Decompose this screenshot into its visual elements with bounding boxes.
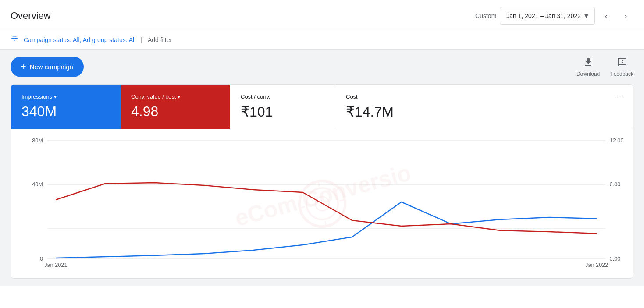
feedback-icon	[617, 57, 627, 70]
three-dots-icon[interactable]: ⋮	[616, 92, 626, 99]
stat-card-cost-conv: Cost / conv. ₹101	[230, 85, 335, 129]
svg-text:Jan 2022: Jan 2022	[585, 262, 608, 268]
header: Overview Custom Jan 1, 2021 – Jan 31, 20…	[0, 0, 644, 30]
cost-label: Cost	[346, 93, 598, 100]
cost-conv-value: ₹101	[241, 103, 324, 120]
stat-card-conv-value: Conv. value / cost ▾ 4.98	[121, 85, 230, 129]
date-range-value: Jan 1, 2021 – Jan 31, 2022	[506, 12, 581, 19]
page-wrapper: Overview Custom Jan 1, 2021 – Jan 31, 20…	[0, 0, 644, 308]
feedback-button[interactable]: Feedback	[610, 57, 633, 77]
new-campaign-button[interactable]: + New campaign	[11, 57, 84, 77]
filter-text[interactable]: Campaign status: All; Ad group status: A…	[24, 36, 135, 43]
chevron-down-icon: ▾	[584, 11, 588, 21]
stats-menu: ⋮	[608, 85, 633, 129]
add-filter-button[interactable]: Add filter	[148, 36, 172, 43]
stats-row: Impressions ▾ 340M Conv. value / cost ▾ …	[11, 85, 633, 129]
stat-card-impressions: Impressions ▾ 340M	[11, 85, 121, 129]
cost-value: ₹14.7M	[346, 103, 598, 120]
impressions-label: Impressions ▾	[21, 93, 110, 100]
impressions-dropdown-icon[interactable]: ▾	[54, 94, 57, 100]
svg-text:40M: 40M	[32, 181, 43, 188]
chart-container: eCom Conversion	[11, 129, 633, 278]
main-content: + New campaign Download Feedback	[0, 50, 644, 286]
cost-conv-label: Cost / conv.	[241, 93, 324, 100]
feedback-label: Feedback	[610, 71, 633, 77]
date-range-button[interactable]: Jan 1, 2021 – Jan 31, 2022 ▾	[500, 7, 595, 25]
svg-text:6.00: 6.00	[610, 181, 621, 188]
toolbar-right: Download Feedback	[576, 57, 633, 77]
conv-value-value: 4.98	[131, 103, 220, 120]
next-nav-button[interactable]: ›	[618, 8, 633, 24]
date-range-custom-label: Custom	[475, 12, 496, 19]
download-label: Download	[576, 71, 600, 77]
plus-icon: +	[21, 62, 26, 72]
red-line	[56, 183, 597, 234]
new-campaign-label: New campaign	[30, 63, 73, 71]
svg-text:0: 0	[40, 255, 43, 262]
filter-icon	[11, 35, 18, 45]
blue-line	[56, 202, 597, 258]
toolbar: + New campaign Download Feedback	[11, 57, 633, 77]
stats-chart-area: Impressions ▾ 340M Conv. value / cost ▾ …	[11, 84, 633, 279]
prev-nav-button[interactable]: ‹	[598, 8, 614, 24]
impressions-value: 340M	[21, 103, 110, 120]
svg-text:0.00: 0.00	[610, 255, 621, 262]
page-title: Overview	[11, 10, 51, 21]
download-icon	[583, 57, 594, 70]
filter-bar: Campaign status: All; Ad group status: A…	[0, 30, 644, 50]
download-button[interactable]: Download	[576, 57, 600, 77]
header-right: Custom Jan 1, 2021 – Jan 31, 2022 ▾ ‹ ›	[475, 7, 633, 25]
chart-svg: 80M 40M 0 12.00 6.00 0.00 Jan 2021 Jan 2…	[21, 136, 623, 268]
filter-separator: |	[141, 36, 142, 43]
svg-text:12.00: 12.00	[610, 137, 623, 144]
svg-text:Jan 2021: Jan 2021	[44, 262, 67, 268]
conv-value-label: Conv. value / cost ▾	[131, 93, 220, 100]
stat-card-cost: Cost ₹14.7M	[335, 85, 608, 129]
svg-text:80M: 80M	[32, 137, 43, 144]
conv-value-dropdown-icon[interactable]: ▾	[178, 94, 180, 100]
